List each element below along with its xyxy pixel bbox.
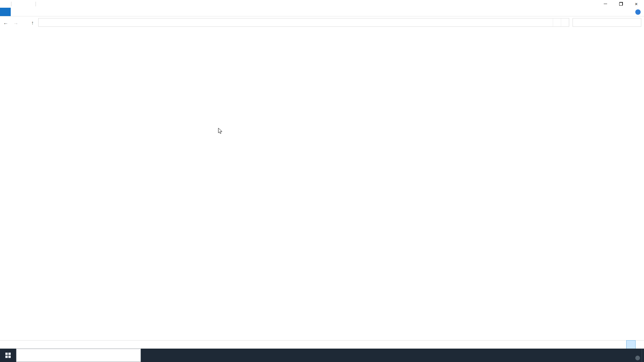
- address-folder-icon: [41, 20, 46, 25]
- action-center-button[interactable]: [628, 349, 642, 362]
- explorer-window: × ← → ↑: [0, 0, 644, 349]
- address-dropdown-button[interactable]: [553, 18, 561, 26]
- quick-access-toolbar: [0, 1, 37, 6]
- task-view-button[interactable]: [141, 349, 156, 362]
- search-icon: [634, 20, 638, 25]
- navigation-pane: [0, 28, 56, 340]
- file-rows: [56, 37, 644, 39]
- properties-icon[interactable]: [15, 1, 20, 6]
- tab-share[interactable]: [21, 8, 32, 16]
- search-input[interactable]: [573, 20, 634, 25]
- toolbar-separator: [36, 2, 36, 6]
- toolbar-separator: [11, 2, 11, 6]
- explorer-search-box[interactable]: [573, 18, 641, 27]
- address-bar-row: ← → ↑: [0, 16, 644, 28]
- tray-screen-record-icon[interactable]: [585, 349, 595, 362]
- taskbar: [0, 349, 644, 362]
- refresh-icon: [562, 20, 567, 25]
- tray-volume-icon[interactable]: [605, 349, 615, 362]
- mouse-cursor: [218, 128, 222, 134]
- language-indicator[interactable]: [615, 349, 621, 362]
- expand-ribbon-chevron-icon[interactable]: [627, 10, 632, 14]
- window-controls: ×: [598, 0, 644, 8]
- tab-view[interactable]: [32, 8, 43, 16]
- column-headers: [56, 28, 644, 37]
- tab-home[interactable]: [11, 8, 21, 16]
- taskbar-search-box[interactable]: [16, 349, 141, 362]
- tab-file[interactable]: [0, 8, 11, 16]
- thumbnail-view-icon: [637, 342, 642, 347]
- system-tray: [575, 349, 644, 362]
- app-folder-icon: [3, 1, 8, 6]
- details-view-icon: [628, 342, 634, 347]
- taskbar-search-input[interactable]: [28, 353, 137, 358]
- show-desktop-button[interactable]: [642, 349, 644, 362]
- close-button[interactable]: ×: [629, 0, 644, 8]
- close-icon: ×: [635, 1, 638, 6]
- minimize-button[interactable]: [598, 0, 613, 8]
- windows-logo-icon: [5, 353, 11, 358]
- chevron-down-icon: [554, 20, 558, 24]
- start-button[interactable]: [0, 349, 16, 362]
- minimize-icon: [604, 4, 607, 4]
- help-icon[interactable]: [635, 9, 641, 15]
- new-folder-icon[interactable]: [22, 1, 27, 6]
- up-button[interactable]: ↑: [28, 18, 37, 27]
- file-list-area: [56, 28, 644, 340]
- status-bar: [0, 340, 644, 349]
- clock[interactable]: [621, 349, 628, 362]
- tray-chevron-up-icon[interactable]: [575, 349, 585, 362]
- recent-locations-chevron-icon[interactable]: [21, 18, 27, 27]
- sort-ascending-icon: [109, 28, 114, 32]
- back-button[interactable]: ←: [1, 18, 10, 27]
- restore-icon: [619, 2, 623, 6]
- refresh-button[interactable]: [561, 18, 569, 26]
- restore-button[interactable]: [613, 0, 629, 8]
- ribbon-tabs: [0, 8, 644, 16]
- tray-network-icon[interactable]: [595, 349, 605, 362]
- address-bar[interactable]: [38, 18, 569, 27]
- forward-button[interactable]: →: [11, 18, 20, 27]
- title-bar: ×: [0, 0, 644, 8]
- customize-qat-arrow-icon[interactable]: [29, 2, 32, 6]
- task-view-icon: [145, 352, 152, 359]
- notification-badge: [635, 356, 640, 360]
- search-icon: [20, 353, 25, 358]
- thumbnail-view-button[interactable]: [635, 341, 644, 349]
- details-view-button[interactable]: [627, 341, 635, 349]
